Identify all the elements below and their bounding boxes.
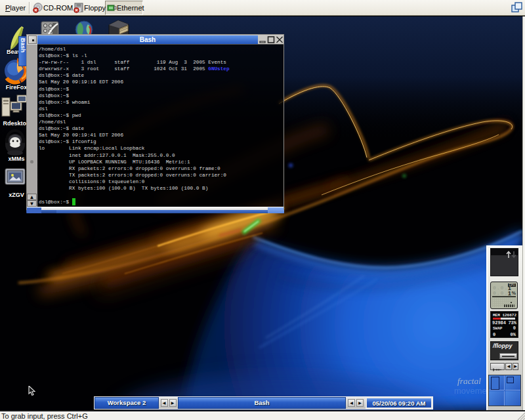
svg-text:fractal: fractal — [457, 376, 481, 386]
